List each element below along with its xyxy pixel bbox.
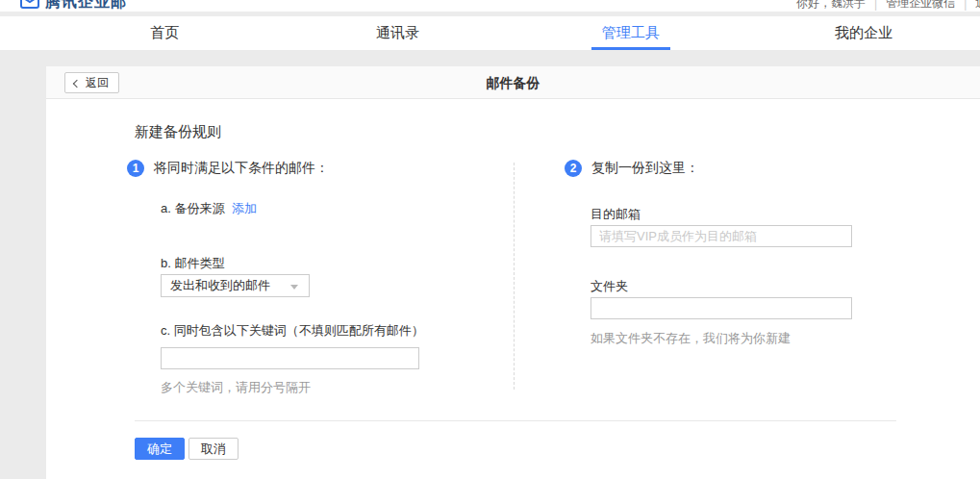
tab-home[interactable]: 首页: [48, 16, 281, 50]
logo-text: 腾讯企业邮: [45, 0, 127, 12]
logout-link[interactable]: 退出: [975, 0, 980, 12]
top-bar: 腾讯企业邮 你好，魏洪宇 | 管理企业微信 | 退出: [0, 0, 980, 12]
main-nav-tabs: 首页 通讯录 管理工具 我的企业: [48, 16, 980, 50]
main-nav: 首页 通讯录 管理工具 我的企业: [0, 16, 980, 50]
page: 腾讯企业邮 你好，魏洪宇 | 管理企业微信 | 退出 首页 通讯录 管理工具 我…: [0, 0, 980, 479]
keywords-hint: 多个关键词，请用分号隔开: [161, 379, 311, 396]
keywords-label: c. 同时包含以下关键词（不填则匹配所有邮件）: [161, 322, 424, 340]
mail-type-label: b. 邮件类型: [161, 255, 224, 272]
folder-hint: 如果文件夹不存在，我们将为你新建: [591, 330, 791, 347]
tab-contacts[interactable]: 通讯录: [281, 16, 514, 50]
top-links-separator: |: [874, 0, 877, 11]
back-button-label: 返回: [86, 75, 109, 91]
step2-title: 复制一份到这里：: [591, 160, 699, 177]
top-bar-inner: 腾讯企业邮 你好，魏洪宇 | 管理企业微信 | 退出: [0, 0, 980, 12]
section-title: 新建备份规则: [135, 123, 221, 141]
folder-label: 文件夹: [591, 278, 628, 295]
actions-divider: [135, 420, 896, 421]
cancel-button[interactable]: 取消: [188, 438, 239, 460]
confirm-button[interactable]: 确定: [135, 438, 185, 460]
step1-number-badge: 1: [127, 160, 144, 177]
mail-type-select[interactable]: 发出和收到的邮件: [161, 274, 310, 297]
top-links: 你好，魏洪宇 | 管理企业微信 | 退出: [796, 0, 980, 12]
chevron-down-icon: [290, 285, 298, 290]
user-greeting: 你好，魏洪宇: [796, 0, 866, 12]
tab-my-company[interactable]: 我的企业: [747, 16, 980, 50]
folder-input[interactable]: [591, 297, 852, 319]
backup-source-row: a. 备份来源 添加: [161, 200, 257, 217]
destination-mailbox-input[interactable]: [591, 225, 852, 247]
tab-admin-tools[interactable]: 管理工具: [515, 16, 747, 50]
step1-title: 将同时满足以下条件的邮件：: [154, 160, 329, 177]
exmail-logo-icon: [19, 0, 40, 12]
add-source-link[interactable]: 添加: [232, 201, 257, 215]
backup-source-label: a. 备份来源: [161, 201, 224, 215]
column-divider: [514, 163, 515, 390]
page-title: 邮件备份: [46, 66, 980, 99]
card-header: 邮件备份 返回: [46, 66, 980, 99]
mail-backup-card: 邮件备份 返回 新建备份规则 1 将同时满足以下条件的邮件： a. 备份来源 添…: [46, 66, 980, 479]
step2-header: 2 复制一份到这里：: [565, 160, 699, 177]
keywords-input[interactable]: [161, 347, 419, 369]
mail-type-selected-value: 发出和收到的邮件: [170, 278, 270, 292]
back-button[interactable]: 返回: [64, 72, 119, 93]
step1-header: 1 将同时满足以下条件的邮件：: [127, 160, 329, 177]
exmail-logo[interactable]: 腾讯企业邮: [19, 0, 127, 12]
manage-wecom-link[interactable]: 管理企业微信: [886, 0, 955, 12]
chevron-left-icon: [73, 79, 81, 87]
destination-mailbox-label: 目的邮箱: [591, 206, 641, 223]
top-links-separator: |: [964, 0, 967, 11]
step2-number-badge: 2: [565, 160, 582, 177]
